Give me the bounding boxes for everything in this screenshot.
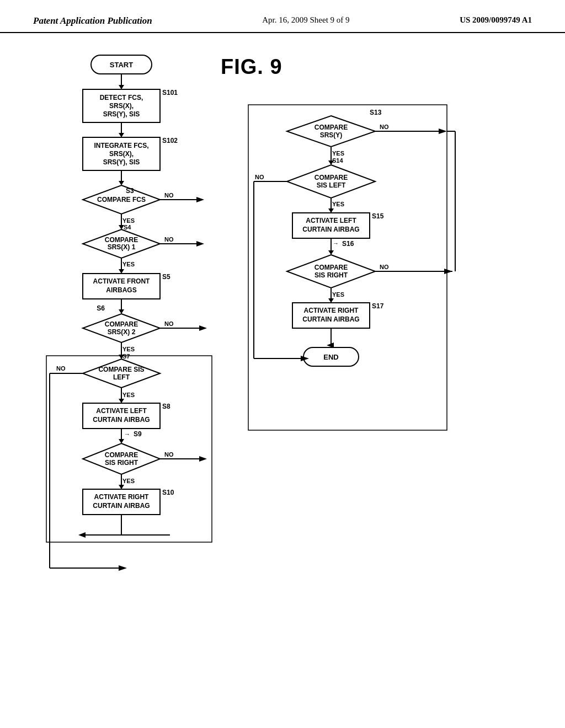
- svg-text:COMPARE: COMPARE: [105, 451, 138, 459]
- svg-text:ACTIVATE LEFT: ACTIVATE LEFT: [306, 217, 356, 224]
- svg-marker-81: [119, 485, 124, 489]
- svg-text:S8: S8: [162, 403, 170, 410]
- svg-text:INTEGRATE FCS,: INTEGRATE FCS,: [94, 142, 148, 149]
- svg-marker-77: [199, 456, 207, 462]
- svg-marker-61: [119, 565, 127, 571]
- left-flowchart-svg: START DETECT FCS, SRS(X), SRS(Y), SIS S1…: [39, 50, 215, 645]
- svg-text:SIS RIGHT: SIS RIGHT: [315, 271, 348, 279]
- svg-text:YES: YES: [332, 291, 344, 298]
- svg-text:S17: S17: [372, 302, 384, 310]
- svg-text:S14: S14: [332, 157, 343, 164]
- svg-text:CURTAIN AIRBAG: CURTAIN AIRBAG: [93, 416, 150, 424]
- svg-text:S9: S9: [134, 430, 142, 438]
- svg-marker-3: [119, 85, 124, 89]
- patent-number: US 2009/0099749 A1: [460, 15, 532, 25]
- svg-text:NO: NO: [164, 192, 174, 199]
- page: Patent Application Publication Apr. 16, …: [0, 0, 565, 728]
- svg-text:COMPARE: COMPARE: [105, 236, 138, 244]
- figure-label: FIG. 9: [221, 55, 282, 79]
- svg-text:SRS(Y): SRS(Y): [320, 131, 343, 139]
- svg-text:S3: S3: [126, 187, 134, 195]
- svg-text:→: →: [333, 240, 339, 247]
- svg-text:SRS(X) 1: SRS(X) 1: [108, 243, 136, 251]
- svg-text:S102: S102: [162, 137, 178, 144]
- svg-text:COMPARE FCS: COMPARE FCS: [97, 196, 146, 204]
- svg-marker-42: [119, 309, 124, 314]
- svg-text:S13: S13: [370, 109, 382, 116]
- svg-text:S7: S7: [122, 353, 130, 360]
- svg-text:S4: S4: [124, 224, 131, 231]
- svg-text:YES: YES: [122, 217, 135, 224]
- svg-text:SRS(X) 2: SRS(X) 2: [108, 328, 136, 336]
- svg-text:SRS(X),: SRS(X),: [109, 150, 134, 158]
- svg-text:ACTIVATE LEFT: ACTIVATE LEFT: [96, 407, 147, 415]
- sheet-info: Apr. 16, 2009 Sheet 9 of 9: [262, 15, 349, 25]
- svg-marker-64: [119, 399, 124, 403]
- svg-marker-24: [196, 197, 204, 202]
- svg-marker-96: [439, 129, 447, 134]
- svg-marker-32: [196, 241, 204, 247]
- svg-text:ACTIVATE RIGHT: ACTIVATE RIGHT: [94, 493, 150, 501]
- svg-text:COMPARE: COMPARE: [315, 264, 348, 271]
- svg-text:S15: S15: [372, 212, 384, 220]
- svg-text:S101: S101: [162, 89, 178, 97]
- svg-text:CURTAIN AIRBAG: CURTAIN AIRBAG: [302, 315, 359, 323]
- svg-text:COMPARE SIS: COMPARE SIS: [98, 366, 144, 373]
- svg-marker-48: [199, 325, 207, 331]
- svg-text:NO: NO: [164, 236, 174, 243]
- svg-text:ACTIVATE RIGHT: ACTIVATE RIGHT: [304, 307, 359, 314]
- svg-marker-10: [119, 133, 124, 137]
- svg-text:CURTAIN AIRBAG: CURTAIN AIRBAG: [93, 502, 150, 510]
- svg-marker-36: [119, 269, 124, 274]
- svg-text:COMPARE: COMPARE: [105, 320, 138, 328]
- svg-text:SRS(Y),  SIS: SRS(Y), SIS: [103, 110, 140, 118]
- svg-text:CURTAIN AIRBAG: CURTAIN AIRBAG: [302, 226, 359, 233]
- svg-text:SRS(Y),  SIS: SRS(Y), SIS: [103, 158, 140, 166]
- svg-text:LEFT: LEFT: [113, 373, 130, 381]
- svg-text:NO: NO: [56, 365, 66, 372]
- svg-text:END: END: [323, 353, 338, 361]
- svg-text:NO: NO: [380, 264, 389, 270]
- svg-text:COMPARE: COMPARE: [315, 174, 348, 181]
- svg-text:NO: NO: [380, 124, 389, 130]
- svg-marker-17: [119, 181, 124, 185]
- svg-text:YES: YES: [122, 346, 135, 352]
- svg-text:YES: YES: [122, 261, 135, 267]
- svg-marker-126: [328, 298, 334, 303]
- svg-text:SIS LEFT: SIS LEFT: [317, 181, 346, 189]
- svg-text:ACTIVATE FRONT: ACTIVATE FRONT: [93, 277, 151, 285]
- svg-marker-117: [328, 250, 334, 255]
- svg-marker-88: [78, 532, 86, 538]
- svg-text:S6: S6: [97, 304, 105, 312]
- svg-text:S5: S5: [162, 273, 170, 281]
- svg-text:→: →: [124, 431, 130, 437]
- svg-text:NO: NO: [255, 174, 264, 180]
- svg-text:YES: YES: [122, 478, 135, 484]
- right-flowchart-svg: S13 COMPARE SRS(Y) NO YES S14 NO: [243, 99, 463, 485]
- svg-text:YES: YES: [332, 150, 344, 157]
- svg-text:S10: S10: [162, 489, 174, 496]
- svg-text:SIS RIGHT: SIS RIGHT: [105, 459, 138, 467]
- main-content: START DETECT FCS, SRS(X), SRS(Y), SIS S1…: [0, 33, 565, 662]
- svg-text:AIRBAGS: AIRBAGS: [106, 286, 136, 294]
- svg-text:NO: NO: [164, 320, 174, 327]
- publication-label: Patent Application Publication: [33, 15, 152, 26]
- svg-text:START: START: [110, 61, 133, 69]
- svg-marker-72: [119, 439, 124, 443]
- svg-text:S16: S16: [342, 240, 354, 248]
- svg-marker-109: [328, 208, 334, 213]
- svg-text:YES: YES: [122, 392, 135, 398]
- svg-text:DETECT FCS,: DETECT FCS,: [100, 94, 143, 101]
- flowchart-left: START DETECT FCS, SRS(X), SRS(Y), SIS S1…: [33, 50, 221, 645]
- header: Patent Application Publication Apr. 16, …: [0, 0, 565, 33]
- svg-text:COMPARE: COMPARE: [315, 124, 348, 131]
- svg-text:NO: NO: [164, 451, 174, 458]
- svg-text:SRS(X),: SRS(X),: [109, 102, 134, 110]
- svg-text:YES: YES: [332, 201, 344, 207]
